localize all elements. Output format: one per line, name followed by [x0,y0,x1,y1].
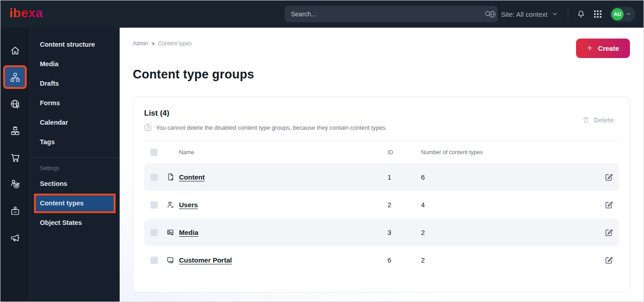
site-context-selector[interactable]: Site: All context [488,10,558,19]
list-card: List (4) ? You cannot delete the disable… [133,97,630,292]
group-link[interactable]: Content [179,173,205,181]
group-count: 2 [421,256,605,264]
list-info: ? You cannot delete the disabled content… [133,124,630,131]
sidebar-menu: Content structure Media Drafts Forms Cal… [29,28,120,302]
table-row: Media 3 2 [144,219,619,246]
plus-icon: + [587,43,592,53]
list-title: List (4) [133,109,630,118]
sidebar-item-drafts[interactable]: Drafts [30,74,120,93]
breadcrumb-separator: > [152,41,155,46]
commerce-cart-icon[interactable] [5,147,25,167]
search-input[interactable] [291,10,484,18]
group-id: 2 [387,201,421,209]
admin-badge-icon[interactable] [5,201,25,221]
marketing-megaphone-icon[interactable] [5,228,25,248]
topbar-right: Site: All context AU [488,0,635,28]
column-header-count: Number of content types [421,149,605,156]
table-row: Customer Portal 6 2 [144,246,619,274]
content-structure-icon[interactable] [5,67,25,87]
breadcrumb: Admin > Content types [133,40,192,47]
edit-icon[interactable] [605,173,613,181]
delete-button[interactable]: Delete [582,116,614,124]
group-link[interactable]: Media [179,229,199,236]
image-icon [166,228,179,237]
topbar-divider [568,9,568,19]
global-search [285,6,498,22]
site-globe-icon[interactable] [5,94,25,114]
file-icon [166,173,179,181]
group-link[interactable]: Customer Portal [179,256,232,264]
column-header-id: ID [387,149,421,156]
monitor-icon [166,256,179,264]
group-id: 3 [387,229,421,236]
ibexa-logo[interactable]: ibexa [10,7,43,19]
sidebar-item-forms[interactable]: Forms [30,93,120,113]
chevron-down-icon [552,11,558,17]
group-count: 6 [421,173,605,181]
app-grid-icon[interactable] [594,10,602,18]
table-row: Users 2 4 [144,191,619,219]
help-icon: ? [144,124,151,131]
sidebar-item-object-states[interactable]: Object States [30,213,120,233]
group-count: 4 [421,201,605,209]
group-id: 6 [387,256,421,264]
site-context-label: Site: All context [501,10,547,18]
sidebar-item-calendar[interactable]: Calendar [30,113,120,132]
select-all-checkbox[interactable] [150,149,158,156]
topbar: ibexa Site: All context [0,0,644,28]
globe-icon [488,10,497,19]
list-info-text: You cannot delete the disabled content t… [156,124,387,131]
group-count: 2 [421,229,605,236]
trash-icon [582,116,590,124]
user-menu[interactable]: AU [610,7,635,22]
home-icon[interactable] [5,40,25,60]
group-link[interactable]: Users [179,201,198,209]
personalization-icon[interactable] [5,174,25,194]
user-icon [166,200,179,209]
main-content: Admin > Content types + Create Content t… [120,28,644,302]
create-button[interactable]: + Create [576,39,630,58]
breadcrumb-current: Content types [158,40,192,47]
sidebar-item-content-types[interactable]: Content types [34,194,116,213]
column-header-name: Name [179,149,387,156]
sidebar-item-content-structure[interactable]: Content structure [30,35,120,54]
edit-icon[interactable] [605,256,613,264]
breadcrumb-admin[interactable]: Admin [133,40,148,47]
table-row: Content 1 6 [144,163,619,191]
row-checkbox[interactable] [150,229,158,236]
table-header: Name ID Number of content types [144,141,619,163]
table-body: Content 1 6 [144,163,619,274]
group-id: 1 [387,173,421,181]
page-title: Content type groups [133,68,630,82]
edit-icon[interactable] [605,228,613,237]
icon-rail [0,28,29,302]
ibexa-admin-window: ibexa Site: All context [0,0,644,302]
edit-icon[interactable] [605,200,613,209]
notifications-bell-icon[interactable] [576,10,586,19]
sidebar-item-media[interactable]: Media [30,54,120,74]
sidebar-item-sections[interactable]: Sections [30,174,120,194]
row-checkbox[interactable] [150,174,158,181]
row-checkbox[interactable] [150,201,158,209]
sidebar-item-tags[interactable]: Tags [30,132,120,152]
avatar: AU [611,8,624,20]
chevron-down-icon [626,11,631,17]
row-checkbox[interactable] [150,257,158,264]
product-catalog-icon[interactable] [5,121,25,141]
main-header: Admin > Content types + Create [133,39,630,58]
settings-section-label: Settings [30,158,120,174]
